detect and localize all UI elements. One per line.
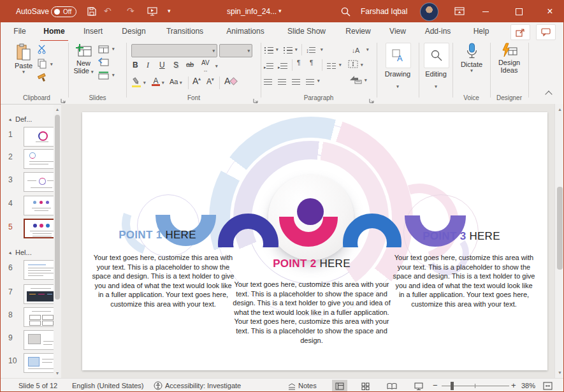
tab-animations[interactable]: Animations <box>221 22 270 40</box>
chevron-down-icon[interactable]: ▾ <box>180 80 182 85</box>
slide-thumbnail-2[interactable] <box>24 149 58 169</box>
dictate-button[interactable]: Dictate ▾ <box>458 43 485 73</box>
italic-button[interactable]: I <box>147 61 149 70</box>
tab-help[interactable]: Help <box>470 22 493 40</box>
clear-formatting-button[interactable]: A <box>224 76 236 86</box>
chevron-down-icon[interactable]: ▾ <box>366 47 369 52</box>
design-ideas-button[interactable]: Design Ideas <box>496 43 523 74</box>
tab-design[interactable]: Design <box>119 22 148 40</box>
slideshow-view-button[interactable] <box>411 380 426 392</box>
font-name-combo[interactable]: ▾ <box>131 44 217 57</box>
slide-thumbnail-6[interactable] <box>24 260 58 280</box>
clipboard-dialog-launcher[interactable] <box>61 95 66 101</box>
slide-sorter-button[interactable] <box>358 380 373 392</box>
chevron-down-icon[interactable]: ▾ <box>50 62 53 66</box>
slide-thumbnail-4[interactable] <box>24 196 58 215</box>
cut-button[interactable] <box>38 45 47 57</box>
paste-button[interactable]: Paste ▾ <box>11 43 36 74</box>
grow-font-button[interactable]: A▴ <box>192 76 201 86</box>
columns-button[interactable] <box>327 60 336 71</box>
slide-thumbnail-9[interactable] <box>24 330 58 350</box>
slide-thumbnail-8[interactable] <box>24 307 58 327</box>
normal-view-button[interactable] <box>332 380 347 392</box>
highlight-button[interactable] <box>131 77 142 90</box>
scroll-up-icon[interactable]: ▲ <box>54 107 61 112</box>
thumbnail-scrollbar-thumb[interactable] <box>55 115 60 300</box>
ltr-button[interactable]: ¶ <box>297 59 300 66</box>
strikethrough-button[interactable]: ab <box>186 61 194 68</box>
chevron-down-icon[interactable]: ▾ <box>339 62 342 67</box>
align-right-button[interactable] <box>292 76 300 87</box>
editing-button[interactable] <box>424 43 449 68</box>
point-1-title[interactable]: POINT 1HERE <box>85 229 229 242</box>
zoom-level[interactable]: 38% <box>521 379 535 392</box>
drawing-button[interactable]: A <box>386 43 411 68</box>
chevron-down-icon[interactable]: ▾ <box>321 47 323 52</box>
format-painter-button[interactable] <box>38 73 48 86</box>
numbering-button[interactable] <box>284 45 293 56</box>
reset-slide-button[interactable] <box>98 57 109 69</box>
text-shadow-button[interactable]: S <box>173 61 178 69</box>
chevron-down-icon[interactable]: ▾ <box>365 78 367 82</box>
point-2-body[interactable]: Your text goes here, customize this area… <box>228 280 396 345</box>
chevron-down-icon[interactable]: ▾ <box>162 80 164 85</box>
section-header-default[interactable]: ▸Def... <box>10 115 32 123</box>
paragraph-dialog-launcher[interactable] <box>369 95 375 101</box>
autosave-toggle[interactable]: Off <box>51 6 76 17</box>
character-spacing-button[interactable]: AV↔ <box>201 59 210 73</box>
document-title[interactable]: spin_info_24... <box>227 7 277 16</box>
slide-thumbnail-5-selected[interactable] <box>24 219 58 238</box>
text-direction-button[interactable]: ↓A <box>352 44 359 55</box>
font-color-button[interactable]: A <box>152 76 160 86</box>
accessibility-status[interactable]: Accessibility: Investigate <box>165 379 241 392</box>
close-button[interactable]: × <box>535 1 564 22</box>
save-button[interactable] <box>87 6 97 18</box>
rtl-button[interactable]: ¶ <box>310 59 313 66</box>
chevron-down-icon[interactable]: ▾ <box>112 73 115 77</box>
ribbon-display-options-button[interactable] <box>454 7 465 18</box>
chevron-down-icon[interactable]: ▾ <box>143 80 146 85</box>
user-name[interactable]: Farshad Iqbal <box>361 7 407 16</box>
chevron-down-icon[interactable]: ▾ <box>317 78 320 83</box>
point-3-body[interactable]: Your text goes here, customize this area… <box>392 253 536 309</box>
slide-scrollbar-thumb[interactable] <box>557 187 563 270</box>
increase-indent-button[interactable]: ▸ <box>278 60 287 71</box>
title-dropdown-icon[interactable]: ▾ <box>278 9 282 13</box>
line-spacing-button[interactable]: ↕ <box>306 44 315 55</box>
slide-thumbnail-3[interactable] <box>24 172 58 192</box>
tab-add-ins[interactable]: Add-ins <box>420 22 456 40</box>
chevron-down-icon[interactable]: ▾ <box>215 64 218 68</box>
chevron-down-icon[interactable]: ▾ <box>276 47 278 52</box>
scroll-down-icon[interactable]: ▼ <box>555 370 564 375</box>
customize-qat-button[interactable]: ▾ <box>168 9 171 13</box>
maximize-button[interactable] <box>504 1 533 22</box>
start-slideshow-button[interactable] <box>147 7 157 18</box>
chevron-down-icon[interactable]: ▾ <box>361 62 363 67</box>
zoom-in-button[interactable]: + <box>511 379 516 392</box>
tab-insert[interactable]: Insert <box>80 22 106 40</box>
undo-button[interactable]: ↶ <box>104 6 112 15</box>
slide-thumbnail-10[interactable] <box>24 353 58 373</box>
share-button[interactable] <box>510 24 530 40</box>
slide-indicator[interactable]: Slide 5 of 12 <box>18 379 57 392</box>
align-center-button[interactable] <box>278 76 286 87</box>
convert-smartart-button[interactable] <box>349 75 362 87</box>
font-size-combo[interactable]: ▾ <box>219 44 252 57</box>
tab-slide-show[interactable]: Slide Show <box>282 22 331 40</box>
bullets-button[interactable] <box>264 45 274 56</box>
copy-button[interactable] <box>38 59 47 71</box>
point-2-title[interactable]: POINT 2HERE <box>231 258 392 270</box>
point-1-body[interactable]: Your text goes here, customize this area… <box>91 253 235 309</box>
language-indicator[interactable]: English (United States) <box>72 379 144 392</box>
slide-thumbnail-7[interactable] <box>24 284 58 304</box>
decrease-indent-button[interactable]: ▸ <box>264 60 273 71</box>
redo-button[interactable]: ↷ <box>127 6 134 15</box>
section-header-hel[interactable]: ▸Hel... <box>10 249 32 256</box>
comments-button[interactable] <box>536 24 556 40</box>
slide[interactable]: POINT 1HERE Your text goes here, customi… <box>82 112 547 370</box>
tab-view[interactable]: View <box>386 22 410 40</box>
thumbnail-scrollbar[interactable]: ▲ ▼ <box>54 105 61 378</box>
align-text-button[interactable] <box>348 59 358 71</box>
zoom-out-button[interactable]: − <box>433 379 438 392</box>
slide-thumbnail-1[interactable] <box>24 127 58 147</box>
